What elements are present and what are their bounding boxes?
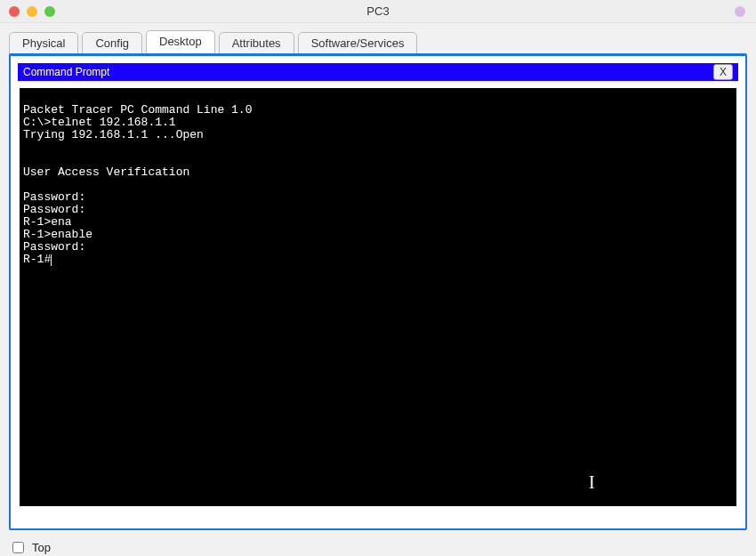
text-caret-icon: I	[589, 476, 595, 488]
terminal-cursor-icon	[51, 254, 52, 266]
tab-desktop[interactable]: Desktop	[146, 30, 215, 53]
footer: Top	[0, 537, 756, 556]
tab-config[interactable]: Config	[82, 32, 142, 55]
minimize-window-icon[interactable]	[27, 6, 37, 17]
command-prompt-close-button[interactable]: X	[713, 64, 733, 80]
maximize-window-icon[interactable]	[44, 6, 55, 17]
desktop-content: Command Prompt X Packet Tracer PC Comman…	[9, 53, 747, 530]
tab-attributes[interactable]: Attributes	[219, 32, 294, 55]
command-prompt-titlebar: Command Prompt X	[18, 63, 738, 81]
tab-physical[interactable]: Physical	[9, 32, 78, 55]
top-checkbox[interactable]	[12, 542, 24, 553]
window-title: PC3	[0, 4, 756, 18]
top-label: Top	[32, 541, 51, 554]
tab-software-services[interactable]: Software/Services	[298, 32, 418, 55]
terminal-output[interactable]: Packet Tracer PC Command Line 1.0 C:\>te…	[20, 88, 736, 506]
command-prompt-title: Command Prompt	[23, 66, 109, 78]
window-titlebar: PC3	[0, 0, 756, 23]
tab-row: Physical Config Desktop Attributes Softw…	[0, 23, 756, 53]
traffic-lights	[0, 6, 55, 17]
close-window-icon[interactable]	[9, 6, 20, 17]
titlebar-status-icon	[735, 6, 745, 17]
